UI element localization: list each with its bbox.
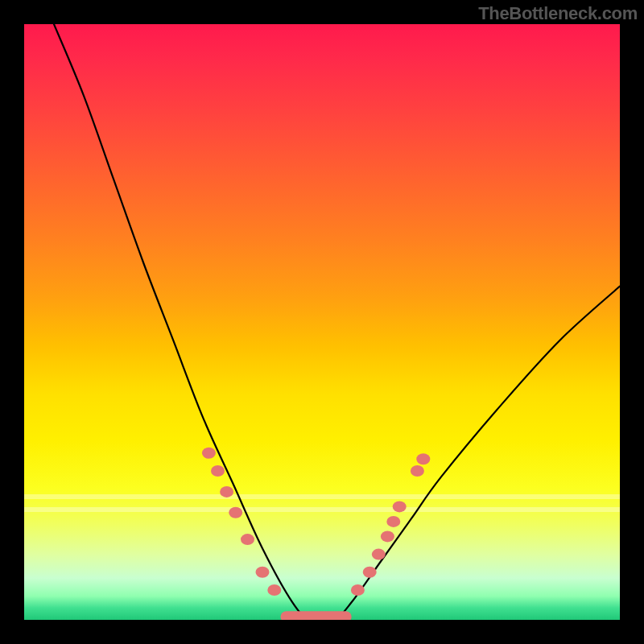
bead-marker xyxy=(229,507,242,518)
bottleneck-curve xyxy=(54,24,620,620)
bead-marker xyxy=(386,516,400,527)
bead-marker xyxy=(411,465,424,477)
watermark-text: TheBottleneck.com xyxy=(478,3,638,24)
bead-marker xyxy=(393,501,407,512)
bead-marker xyxy=(351,584,365,596)
beads-right-group xyxy=(351,453,430,596)
bead-marker xyxy=(220,486,233,497)
bead-marker xyxy=(211,465,225,477)
bead-marker xyxy=(241,534,254,545)
bead-marker xyxy=(381,530,394,542)
beads-left-group xyxy=(202,448,281,596)
curve-svg xyxy=(24,24,620,620)
bead-marker xyxy=(202,448,216,459)
bead-marker xyxy=(416,453,430,464)
chart-frame: TheBottleneck.com xyxy=(0,0,644,644)
bead-marker xyxy=(256,567,270,578)
bead-marker xyxy=(363,567,377,578)
bead-marker xyxy=(372,549,386,560)
bead-marker xyxy=(267,584,281,596)
plot-area xyxy=(24,24,620,620)
